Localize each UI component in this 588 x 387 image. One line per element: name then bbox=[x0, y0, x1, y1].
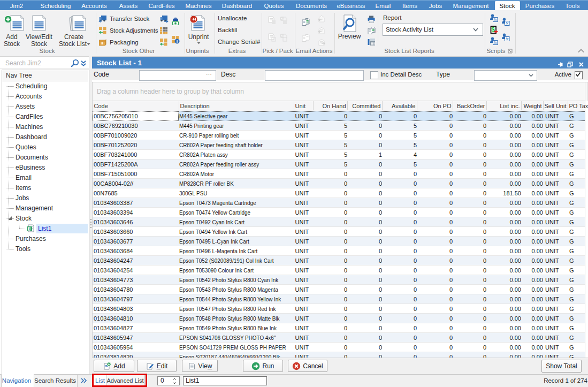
svg-text:fx: fx bbox=[506, 21, 509, 25]
svg-text:fx: fx bbox=[506, 37, 509, 41]
svg-text:1: 1 bbox=[28, 227, 30, 231]
svg-text:fx: fx bbox=[494, 41, 497, 44]
svg-text:fx: fx bbox=[494, 18, 497, 21]
